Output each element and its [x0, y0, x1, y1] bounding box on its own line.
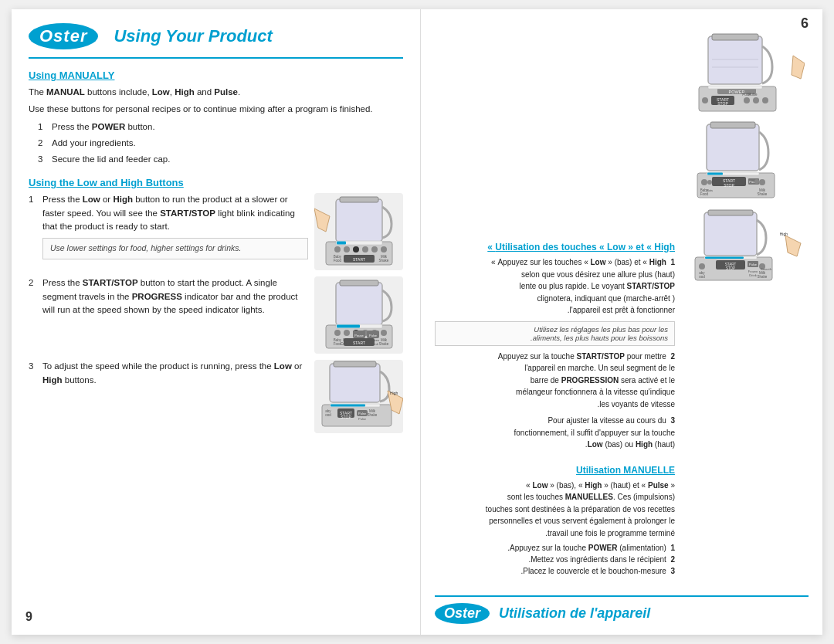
manually-step-1: 1 Press the POWER button.	[38, 120, 403, 134]
svg-point-25	[381, 330, 387, 336]
svg-rect-33	[337, 325, 360, 328]
svg-point-70	[753, 97, 759, 103]
svg-point-8	[381, 246, 387, 253]
blender-svg-2: START Baby Food Milk Shake Nuts Crumbs	[314, 276, 403, 354]
svg-rect-42	[330, 364, 380, 402]
lowhigh-step3-block: 3 To adjust the speed while the product …	[29, 360, 403, 433]
svg-rect-16	[337, 242, 346, 245]
oster-logo-left: Oster	[29, 23, 98, 49]
lowhigh-step1-block: 1 Press the Low or High button to run th…	[29, 193, 403, 270]
svg-point-5	[353, 246, 359, 253]
oster-logo-text: Oster	[29, 23, 98, 49]
right-note: Utilisez les réglages les plus bas pour …	[435, 321, 675, 346]
svg-rect-75	[707, 124, 759, 171]
page-container: 6 9 Oster Using Your Product Using MANUA…	[12, 9, 822, 635]
right-manuelle-heading: Utilisation MANUELLE	[435, 465, 675, 476]
right-manuelle-step3: 3 Placez le couvercle et le bouchon-mesu…	[435, 567, 675, 575]
svg-rect-18	[340, 280, 378, 286]
svg-text:STOP: STOP	[717, 101, 728, 106]
svg-text:Shake: Shake	[758, 275, 768, 279]
svg-text:START: START	[353, 341, 365, 345]
svg-point-100	[699, 263, 705, 269]
section-manually-intro: The MANUAL buttons include, Low, High an…	[29, 86, 403, 99]
svg-rect-44	[322, 405, 392, 426]
manually-step-3: 3 Secure the lid and feeder cap.	[38, 153, 403, 166]
svg-text:Pause: Pause	[354, 334, 364, 337]
svg-text:STOP: STOP	[726, 266, 735, 270]
right-blender-3: START STOP aby ood Milk Shake Pulse Froz…	[685, 208, 805, 286]
svg-text:ood: ood	[325, 413, 331, 417]
right-logo-text: Oster	[435, 603, 490, 624]
svg-text:Pulse: Pulse	[749, 263, 758, 266]
left-panel: Oster Using Your Product Using MANUALLY …	[12, 9, 421, 635]
svg-point-91	[754, 179, 759, 184]
svg-point-20	[334, 330, 341, 336]
svg-text:Shake: Shake	[758, 192, 768, 196]
svg-point-84	[759, 179, 765, 185]
section-manually-heading: Using MANUALLY	[29, 69, 403, 81]
svg-text:STOP: STOP	[724, 183, 734, 188]
right-step2: 2 Appuyez sur la touche START/STOP pour …	[435, 351, 675, 411]
right-section-lowhigh: Utilisation des touches « Low » et « Hig…	[435, 242, 675, 457]
svg-text:Crumbs: Crumbs	[341, 342, 354, 346]
svg-rect-17	[336, 283, 382, 325]
right-text-col: Utilisation des touches « Low » et « Hig…	[435, 22, 675, 621]
svg-text:High: High	[780, 232, 788, 236]
right-manuelle-step2: 2 Mettez vos ingrédients dans le récipie…	[435, 555, 675, 564]
lowhigh-step2-block: 2 Press the START/STOP button to start t…	[29, 276, 403, 354]
right-manuelle-intro: « Low » (bas), « High » (haut) et « Puls…	[435, 480, 675, 540]
blender-svg-1: START Baby Food Milk Shake	[314, 193, 403, 270]
svg-rect-0	[336, 199, 382, 242]
svg-text:Shake: Shake	[379, 259, 389, 263]
svg-rect-94	[704, 212, 757, 256]
svg-point-7	[371, 246, 378, 253]
svg-text:Pulse: Pulse	[369, 334, 378, 337]
svg-point-6	[362, 246, 368, 253]
right-title: Utilisation de l'appareil	[499, 605, 650, 622]
svg-rect-72	[708, 86, 762, 89]
svg-rect-112	[705, 257, 744, 259]
section-manually-subtext: Use these buttons for personal recipes o…	[29, 103, 403, 116]
svg-text:START: START	[353, 257, 365, 262]
svg-text:Shake: Shake	[368, 413, 378, 417]
svg-text:Pulse: Pulse	[748, 93, 758, 97]
svg-text:Food: Food	[334, 259, 342, 263]
svg-point-81	[701, 179, 707, 185]
right-lowhigh-heading: Utilisation des touches « Low » et « Hig…	[435, 242, 675, 253]
right-manuelle-step1: 1 Appuyez sur la touche POWER (alimentat…	[435, 544, 675, 552]
svg-point-69	[744, 97, 750, 103]
svg-rect-56	[331, 405, 365, 407]
svg-point-3	[334, 246, 341, 253]
svg-rect-58	[708, 36, 762, 84]
right-images-col: POWER START STOP Puls	[681, 22, 809, 621]
svg-point-68	[702, 97, 708, 103]
blender-image-2: START Baby Food Milk Shake Nuts Crumbs	[314, 276, 403, 354]
page-title: Using Your Product	[114, 26, 272, 46]
lowhigh-step2-text: 2 Press the START/STOP button to start t…	[29, 276, 308, 320]
note-box: Use lower settings for food, higher sett…	[42, 238, 308, 259]
svg-text:Shake: Shake	[379, 342, 389, 346]
svg-rect-59	[712, 34, 758, 40]
svg-text:Pulse: Pulse	[358, 417, 367, 421]
svg-point-87	[707, 180, 712, 185]
right-panel: POWER START STOP Puls	[421, 9, 822, 635]
right-step3: 3 Pour ajuster la vitesse au cours du fo…	[435, 415, 675, 451]
svg-text:ood: ood	[699, 275, 705, 279]
svg-rect-43	[334, 361, 376, 367]
manually-steps: 1 Press the POWER button. 2 Add your ing…	[38, 120, 403, 167]
lowhigh-step3-text: 3 To adjust the speed while the product …	[29, 360, 308, 390]
right-blender-2: START STOP Baby Food Milk Shake Nuts P	[685, 120, 805, 204]
svg-text:Nuts: Nuts	[707, 188, 713, 192]
svg-point-4	[344, 246, 350, 253]
svg-text:Drink: Drink	[749, 273, 756, 277]
svg-text:Drink: Drink	[371, 342, 378, 346]
svg-text:Food: Food	[700, 192, 709, 196]
svg-text:High: High	[390, 391, 398, 395]
right-section-manuelle: Utilisation MANUELLE « Low » (bas), « Hi…	[435, 465, 675, 579]
right-blender-1: POWER START STOP Puls	[685, 32, 805, 116]
right-footer: Utilisation de l'appareil Oster	[435, 595, 809, 624]
svg-rect-1	[340, 197, 378, 202]
svg-point-21	[344, 330, 350, 336]
right-step1: 1 Appuyez sur les touches « Low » (bas) …	[435, 256, 675, 317]
blender-svg-3: START STOP aby ood Milk Shake Pulse Puls…	[314, 360, 403, 433]
